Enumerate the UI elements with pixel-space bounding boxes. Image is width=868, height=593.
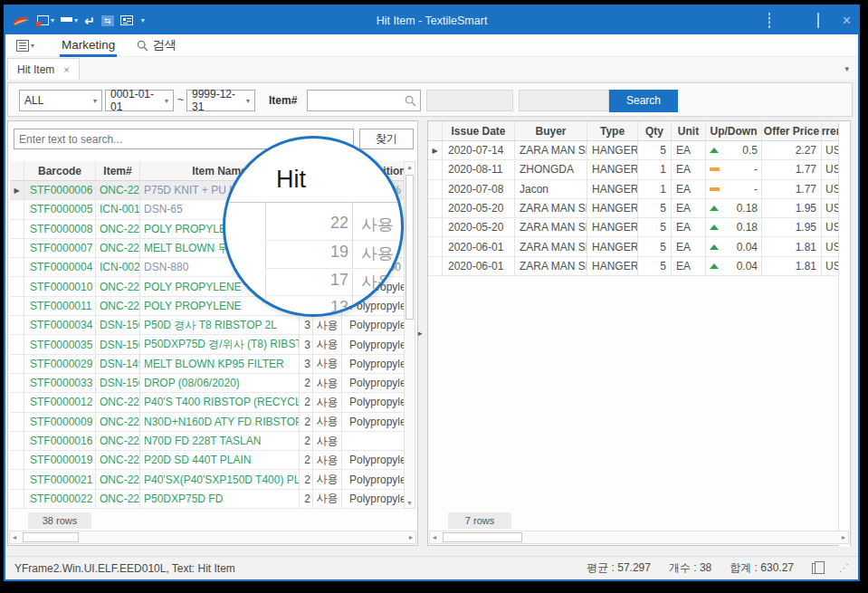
use-cell[interactable]: 사용 — [313, 432, 342, 450]
header-qty[interactable]: Qty — [638, 121, 672, 140]
hit-cell[interactable]: 2 — [300, 451, 313, 469]
item-name-cell[interactable]: P40'S T400 RIBSTOP (RECYCLE) — [140, 393, 300, 411]
issue-date-cell[interactable]: 2020-05-20 — [443, 218, 515, 236]
item-number-cell[interactable]: ICN-002 — [96, 258, 140, 276]
currency-cell[interactable]: USD — [822, 180, 840, 198]
composition-cell[interactable]: Polypropylene — [342, 316, 404, 334]
up-down-cell[interactable]: 0.5 — [706, 141, 762, 159]
table-row[interactable]: 2020-06-01 ZARA MAN SPORTS HANGER 5 EA 0… — [428, 257, 840, 276]
chevron-down-icon[interactable]: ▾ — [242, 97, 254, 105]
header-item-number[interactable]: Item# — [96, 161, 140, 180]
hit-cell[interactable]: 2 — [300, 432, 313, 450]
item-number-cell[interactable]: ONC-2243 — [96, 393, 140, 411]
currency-cell[interactable]: USD — [822, 160, 840, 178]
scrollbar-thumb[interactable] — [23, 532, 79, 542]
composition-cell[interactable]: Polypropylene — [342, 335, 404, 353]
item-number-cell[interactable]: ONC-2250 — [96, 451, 140, 469]
type-cell[interactable]: HANGER — [587, 199, 638, 217]
type-cell[interactable]: HANGER — [587, 237, 638, 255]
up-down-cell[interactable]: 0.04 — [706, 237, 762, 255]
hit-cell[interactable]: 3 — [300, 316, 313, 334]
header-barcode[interactable]: Barcode — [24, 161, 96, 180]
table-row[interactable]: ▶ 2020-07-14 ZARA MAN SPORTS HANGER 5 EA… — [428, 141, 840, 160]
barcode-cell[interactable]: STF0000021 — [24, 470, 96, 488]
scroll-left-icon[interactable]: ◂ — [13, 532, 16, 543]
hit-cell[interactable]: 2 — [300, 413, 313, 431]
qty-cell[interactable]: 5 — [638, 199, 672, 217]
scroll-up-icon[interactable]: ▴ — [405, 163, 415, 171]
item-number-cell[interactable]: ONC-2237 — [96, 181, 140, 199]
type-cell[interactable]: HANGER — [587, 218, 638, 236]
header-type[interactable]: Type — [587, 121, 638, 140]
composition-cell[interactable]: Polypropylene — [342, 470, 404, 488]
hit-grid-horizontal-scrollbar[interactable]: ◂ ▸ — [429, 531, 849, 544]
item-number-cell[interactable]: DSN-1500 — [96, 374, 140, 392]
unit-cell[interactable]: EA — [672, 141, 706, 159]
item-name-cell[interactable]: P40'SX(P40'SXP150D T400) PLAIN — [140, 470, 300, 488]
qty-cell[interactable]: 5 — [638, 237, 672, 255]
tab-hit-item[interactable]: Hit Item × — [7, 58, 80, 80]
hit-cell[interactable]: 2 — [300, 374, 313, 392]
barcode-cell[interactable]: STF0000033 — [24, 374, 96, 392]
item-number-search-field[interactable] — [307, 90, 421, 111]
offer-price-cell[interactable]: 1.95 — [762, 218, 822, 236]
chevron-down-icon[interactable]: ▾ — [160, 97, 173, 105]
currency-cell[interactable]: USD — [822, 199, 840, 217]
type-cell[interactable]: HANGER — [587, 160, 638, 178]
buyer-cell[interactable]: ZARA MAN SPORTS — [515, 199, 587, 217]
item-grid-horizontal-scrollbar[interactable]: ◂ ▸ — [9, 531, 416, 544]
item-number-cell[interactable]: ICN-001 — [96, 200, 140, 218]
up-down-cell[interactable]: 0.04 — [706, 257, 762, 275]
item-name-cell[interactable]: N30D+N160D ATY FD RIBSTOP 2L — [140, 413, 300, 431]
use-cell[interactable]: 사용 — [313, 316, 342, 334]
hit-cell[interactable]: 3 — [300, 335, 313, 353]
use-cell[interactable]: 사용 — [313, 393, 342, 411]
item-number-cell[interactable]: ONC-2239 — [96, 220, 140, 238]
item-name-cell[interactable]: P50DXP75D FD — [140, 490, 300, 508]
table-row[interactable]: 2020-08-11 ZHONGDA HANGER 1 EA - 1.77 US… — [428, 160, 840, 179]
barcode-cell[interactable]: STF0000007 — [24, 239, 96, 257]
table-row[interactable]: STF0000033 DSN-1500 DROP (08/06/2020) 2 … — [10, 374, 404, 393]
use-cell[interactable]: 사용 — [313, 355, 342, 373]
qty-cell[interactable]: 5 — [638, 141, 672, 159]
composition-cell[interactable]: Polypropylene — [342, 393, 404, 411]
barcode-cell[interactable]: STF0000019 — [24, 451, 96, 469]
item-grid-vertical-scrollbar[interactable]: ▴ ▾ — [404, 161, 415, 509]
table-row[interactable]: STF0000029 DSN-1496 MELT BLOWN KP95 FILT… — [10, 355, 404, 374]
table-row[interactable]: STF0000021 ONC-2252 P40'SX(P40'SXP150D T… — [10, 470, 404, 489]
category-combobox[interactable]: ALL ▾ — [19, 90, 102, 111]
qty-cell[interactable]: 5 — [638, 218, 672, 236]
type-cell[interactable]: HANGER — [587, 257, 638, 275]
barcode-cell[interactable]: STF0000009 — [24, 413, 96, 431]
scrollbar-thumb[interactable] — [405, 175, 414, 320]
type-cell[interactable]: HANGER — [587, 141, 638, 159]
buyer-cell[interactable]: ZARA MAN SPORTS — [515, 257, 587, 275]
tab-list-dropdown-icon[interactable]: ▾ — [844, 64, 849, 73]
barcode-cell[interactable]: STF0000012 — [24, 393, 96, 411]
currency-cell[interactable]: USD — [822, 218, 840, 236]
barcode-cell[interactable]: STF0000010 — [24, 277, 96, 295]
item-number-cell[interactable]: ONC-2253 — [96, 490, 140, 508]
offer-price-cell[interactable]: 1.77 — [762, 180, 822, 198]
use-cell[interactable]: 사용 — [313, 470, 342, 488]
buyer-cell[interactable]: ZHONGDA — [515, 160, 587, 178]
maximize-button[interactable] — [817, 14, 819, 26]
item-number-input[interactable] — [308, 94, 405, 107]
composition-cell[interactable] — [342, 432, 404, 450]
item-number-cell[interactable]: ONC-2242 — [96, 297, 140, 315]
item-name-cell[interactable]: N70D FD 228T TASLAN — [140, 432, 300, 450]
splitter-collapse-icon[interactable]: ▸ — [418, 329, 423, 338]
issue-date-cell[interactable]: 2020-06-01 — [443, 237, 515, 255]
use-cell[interactable]: 사용 — [313, 490, 342, 508]
hit-cell[interactable]: 2 — [300, 490, 313, 508]
item-number-cell[interactable]: ONC-2247 — [96, 432, 140, 450]
offer-price-cell[interactable]: 2.27 — [762, 141, 822, 159]
item-name-cell[interactable]: P50DXP75D 경/위사 (T8) RIBSTOP 2L — [140, 335, 300, 353]
item-number-cell[interactable]: ONC-2240 — [96, 413, 140, 431]
table-row[interactable]: STF0000012 ONC-2243 P40'S T400 RIBSTOP (… — [10, 393, 404, 412]
table-row[interactable]: 2020-05-20 ZARA MAN SPORTS HANGER 5 EA 0… — [428, 199, 840, 218]
scrollbar-thumb[interactable] — [443, 532, 522, 542]
scroll-right-icon[interactable]: ▸ — [842, 532, 845, 543]
offer-price-cell[interactable]: 1.77 — [762, 160, 822, 178]
use-cell[interactable]: 사용 — [313, 335, 342, 353]
